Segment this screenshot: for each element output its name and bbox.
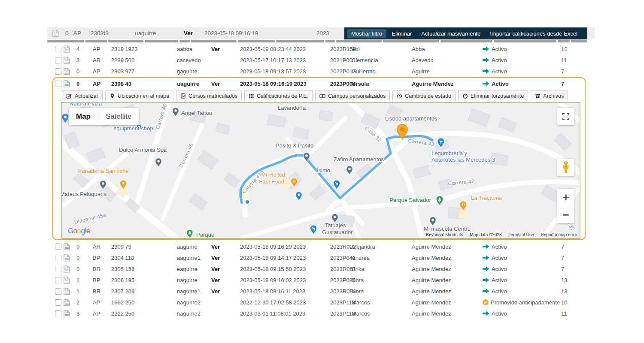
tab-calificaciones[interactable]: Calificaciones de P.E. xyxy=(244,90,313,101)
ver-link[interactable]: Ver xyxy=(211,244,240,250)
column-resize-track[interactable] xyxy=(47,40,595,43)
filter-id2[interactable]: 43 xyxy=(102,30,109,36)
filter-year[interactable]: 2023 xyxy=(316,30,329,36)
document-icon[interactable] xyxy=(64,57,70,64)
cell-datetime: 2023-05-19 08:23:44 2023 xyxy=(240,46,330,52)
cell-type: BP xyxy=(93,255,111,261)
svg-text:Gustatuador: Gustatuador xyxy=(322,229,353,235)
zoom-out-button[interactable]: − xyxy=(557,206,574,223)
report-error-link[interactable]: Report a map error xyxy=(541,232,577,237)
cell-type: AP xyxy=(93,310,111,317)
status-label: Activo xyxy=(492,68,507,75)
ver-link[interactable]: Ver xyxy=(211,266,240,272)
tab-eliminar-forzosamente[interactable]: Eliminar forzosamente xyxy=(458,90,528,101)
document-icon[interactable] xyxy=(64,45,70,53)
document-icon[interactable] xyxy=(64,277,70,284)
cell-lastname: Aguirre Mendez xyxy=(412,266,483,272)
document-icon[interactable] xyxy=(64,80,70,87)
tab-cursos-matriculados[interactable]: Cursos matriculados xyxy=(176,90,242,101)
power-icon xyxy=(462,93,468,99)
cell-count: 0 xyxy=(76,68,93,75)
cell-code: 2023P113 xyxy=(330,299,352,306)
document-icon[interactable] xyxy=(64,299,70,306)
tab-cambios-de-estado[interactable]: Cambios de estado xyxy=(392,90,456,101)
cell-firstname: Marcos xyxy=(352,310,412,317)
document-icon[interactable] xyxy=(64,288,70,295)
table-row[interactable]: 1 BP 2306 195 naguirre Ver 2023-05-18 09… xyxy=(47,274,601,286)
map-button[interactable]: Map xyxy=(69,108,98,125)
filter-datetime[interactable]: 2023-05-18 09:16:19 xyxy=(204,30,258,36)
cell-number: 7 xyxy=(561,81,578,87)
selected-table-row[interactable]: 0 AP 2308 43 uaguirre Ver 2023-05-18 09:… xyxy=(53,78,585,89)
google-map[interactable]: Carrera 46 Carrera 45 Carrera 43b Calle … xyxy=(61,102,580,239)
ver-link[interactable]: Ver xyxy=(211,288,240,295)
filter-username[interactable]: uaguirre xyxy=(135,30,156,36)
keyboard-shortcuts-link[interactable]: Keyboard shortcuts xyxy=(426,232,463,237)
document-icon[interactable] xyxy=(64,310,70,317)
svg-text:Mi mascota Centro: Mi mascota Centro xyxy=(424,226,471,232)
row-checkbox[interactable] xyxy=(55,266,61,272)
pegman-button[interactable] xyxy=(557,159,574,176)
table-row[interactable]: 4 AP 2319 1923 aabba Ver 2023-05-19 08:2… xyxy=(47,43,601,54)
ver-link[interactable]: Ver xyxy=(211,81,240,87)
row-checkbox[interactable] xyxy=(55,255,61,261)
ver-link[interactable]: Ver xyxy=(211,277,240,283)
row-checkbox[interactable] xyxy=(55,68,61,75)
filter-count[interactable]: 0 xyxy=(65,30,69,36)
row-checkbox[interactable] xyxy=(55,46,61,52)
row-checkbox[interactable] xyxy=(55,277,61,283)
row-checkbox[interactable] xyxy=(55,288,61,295)
tab-archivos[interactable]: Archivos xyxy=(531,90,568,101)
filter-type[interactable]: AP xyxy=(73,30,81,36)
cell-datetime: 2023-05-18 09:16:02 2023 xyxy=(240,277,330,283)
document-icon[interactable] xyxy=(64,254,70,262)
svg-text:Ísimo: Ísimo xyxy=(317,167,330,174)
row-checkbox[interactable] xyxy=(55,299,61,306)
cell-number: 10 xyxy=(561,46,578,52)
cell-ids: 1662 250 xyxy=(111,299,177,306)
cell-type: AR xyxy=(93,244,111,250)
zoom-in-button[interactable]: + xyxy=(557,189,574,206)
ver-link[interactable]: Ver xyxy=(211,46,240,52)
row-checkbox[interactable] xyxy=(55,57,61,63)
row-checkbox[interactable] xyxy=(55,310,61,317)
eliminar-button[interactable]: Eliminar xyxy=(387,29,416,38)
document-icon[interactable] xyxy=(64,68,70,75)
table-row[interactable]: 3 AR 2289 500 cacevedo 2023-05-17 10:17:… xyxy=(47,54,601,66)
tab-ubicacion-en-el-mapa[interactable]: Ubicación en el mapa xyxy=(105,90,173,101)
cell-firstname: Abi xyxy=(352,46,412,52)
table-row[interactable]: 1 BR 2307 209 naguirre1 Ver 2023-05-18 0… xyxy=(47,286,601,297)
cell-lastname: Abba xyxy=(412,46,483,52)
table-row[interactable]: 0 AR 2309 79 aaguirre Ver 2023-05-18 09:… xyxy=(47,241,601,252)
satellite-button[interactable]: Satellite xyxy=(98,108,139,125)
fullscreen-button[interactable] xyxy=(557,108,574,125)
ver-link[interactable]: Ver xyxy=(211,255,240,261)
table-row[interactable]: 0 BR 2305 158 eaguirre Ver 2023-05-18 09… xyxy=(47,263,601,274)
active-arrow-icon xyxy=(483,255,489,260)
actualizar-masivamente-button[interactable]: Actualizar masivamente xyxy=(417,29,485,38)
mostrar-filtro-button[interactable]: Mostrar filtro xyxy=(347,29,386,38)
cell-firstname: Andrea xyxy=(352,255,412,261)
importar-excel-button[interactable]: Importar calificaciones desde Excel xyxy=(486,29,582,38)
terms-link[interactable]: Terms of Use xyxy=(509,232,534,237)
cell-code: 2023P086 xyxy=(330,277,352,283)
ver-link[interactable]: Ver xyxy=(184,30,193,36)
book-check-icon xyxy=(180,93,186,99)
filter-id1[interactable]: 2308 xyxy=(91,30,103,36)
row-checkbox[interactable] xyxy=(55,81,61,87)
tab-actualizar[interactable]: Actualizar xyxy=(62,90,103,101)
cell-datetime: 2023-05-18 09:16:29 2023 xyxy=(240,244,330,250)
tab-campos-personalizados[interactable]: Campos personalizados xyxy=(315,90,390,101)
cell-datetime: 2023-05-18 09:15:50 2023 xyxy=(240,266,330,272)
cell-ids: 2304 118 xyxy=(111,255,177,261)
table-row[interactable]: 0 AP 2303 977 gaguirre 2023-05-18 09:13:… xyxy=(47,66,601,77)
status-label: Activo xyxy=(492,277,507,283)
table-row[interactable]: 0 BP 2304 118 aaguirre1 Ver 2023-05-18 0… xyxy=(47,252,601,263)
document-icon[interactable] xyxy=(64,265,70,273)
document-icon[interactable] xyxy=(64,243,70,250)
table-row[interactable]: 3 AP 2222 250 naguirre2 2023-03-01 11:08… xyxy=(47,308,601,316)
cell-count: 3 xyxy=(76,310,93,317)
table-row[interactable]: 2 AP 1662 250 naguirre2 2022-12-30 17:02… xyxy=(47,297,601,308)
cell-type: BR xyxy=(93,266,111,272)
row-checkbox[interactable] xyxy=(55,244,61,250)
